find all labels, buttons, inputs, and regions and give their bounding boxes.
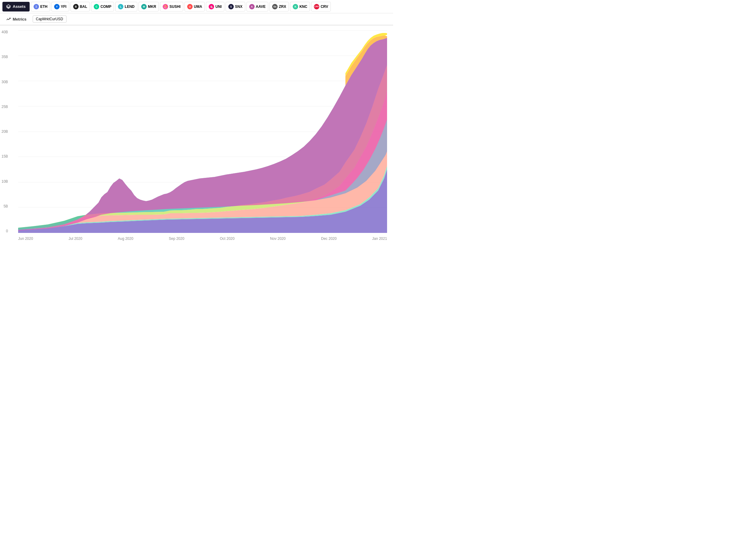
stacked-area-chart bbox=[18, 30, 387, 233]
assets-button[interactable]: Assets bbox=[2, 2, 30, 11]
metrics-label: Metrics bbox=[13, 17, 27, 21]
y-label-10b: 10B bbox=[2, 180, 8, 183]
y-label-25b: 25B bbox=[2, 105, 8, 109]
x-label-jul2020: Jul 2020 bbox=[69, 237, 82, 241]
uni-icon: 🦄 bbox=[209, 4, 214, 9]
uma-label: UMA bbox=[194, 5, 202, 9]
sushi-icon: 🍣 bbox=[163, 4, 168, 9]
y-label-5b: 5B bbox=[2, 204, 8, 208]
bal-label: BAL bbox=[80, 5, 87, 9]
y-label-40b: 40B bbox=[2, 30, 8, 34]
x-label-dec2020: Dec 2020 bbox=[321, 237, 337, 241]
yfi-label: YFI bbox=[61, 5, 67, 9]
x-axis: Jun 2020 Jul 2020 Aug 2020 Sep 2020 Oct … bbox=[18, 233, 387, 242]
aave-icon: A bbox=[249, 4, 255, 9]
crv-label: CRV bbox=[321, 5, 328, 9]
x-label-jun2020: Jun 2020 bbox=[18, 237, 33, 241]
crv-icon: CRV bbox=[314, 4, 319, 9]
eth-icon: Ξ bbox=[34, 4, 39, 9]
asset-bar: Assets Ξ ETH Y YFI B BAL C COMP L LEND M… bbox=[0, 0, 393, 13]
x-label-nov2020: Nov 2020 bbox=[270, 237, 285, 241]
x-label-jan2021: Jan 2021 bbox=[372, 237, 387, 241]
lend-icon: L bbox=[118, 4, 123, 9]
asset-tab-mkr[interactable]: M MKR bbox=[138, 2, 159, 11]
uma-icon: U bbox=[187, 4, 193, 9]
mkr-icon: M bbox=[141, 4, 147, 9]
chart-area: 0 5B 10B 15B 20B 25B 30B 35B 40B bbox=[18, 30, 387, 242]
y-label-15b: 15B bbox=[2, 155, 8, 158]
lend-label: LEND bbox=[125, 5, 135, 9]
asset-tab-uni[interactable]: 🦄 UNI bbox=[206, 2, 224, 11]
snx-label: SNX bbox=[235, 5, 243, 9]
asset-tab-zrx[interactable]: 0x ZRX bbox=[269, 2, 289, 11]
zrx-label: ZRX bbox=[279, 5, 286, 9]
asset-tab-eth[interactable]: Ξ ETH bbox=[31, 2, 50, 11]
aave-label: AAVE bbox=[256, 5, 266, 9]
asset-tab-lend[interactable]: L LEND bbox=[115, 2, 137, 11]
snx-icon: S bbox=[228, 4, 234, 9]
knc-icon: K bbox=[293, 4, 298, 9]
asset-tab-crv[interactable]: CRV CRV bbox=[311, 2, 331, 11]
uni-label: UNI bbox=[215, 5, 222, 9]
asset-tab-bal[interactable]: B BAL bbox=[70, 2, 90, 11]
metrics-button[interactable]: Metrics bbox=[2, 14, 30, 24]
comp-label: COMP bbox=[100, 5, 111, 9]
y-label-30b: 30B bbox=[2, 80, 8, 84]
metric-tag[interactable]: CapMrktCurUSD bbox=[33, 15, 67, 23]
sushi-label: SUSHI bbox=[169, 5, 181, 9]
x-label-oct2020: Oct 2020 bbox=[220, 237, 235, 241]
y-label-35b: 35B bbox=[2, 55, 8, 59]
eth-label: ETH bbox=[40, 5, 47, 9]
metrics-bar: Metrics CapMrktCurUSD bbox=[0, 13, 393, 25]
layers-icon bbox=[6, 4, 11, 9]
asset-tab-sushi[interactable]: 🍣 SUSHI bbox=[160, 2, 183, 11]
asset-tab-aave[interactable]: A AAVE bbox=[246, 2, 268, 11]
knc-label: KNC bbox=[299, 5, 307, 9]
asset-tab-snx[interactable]: S SNX bbox=[226, 2, 245, 11]
trend-icon bbox=[6, 17, 11, 21]
asset-tab-uma[interactable]: U UMA bbox=[184, 2, 205, 11]
mkr-label: MKR bbox=[148, 5, 156, 9]
y-label-0: 0 bbox=[2, 229, 8, 233]
asset-tab-yfi[interactable]: Y YFI bbox=[51, 2, 69, 11]
x-label-aug2020: Aug 2020 bbox=[118, 237, 133, 241]
y-axis: 0 5B 10B 15B 20B 25B 30B 35B 40B bbox=[2, 30, 8, 233]
comp-icon: C bbox=[94, 4, 99, 9]
asset-tab-comp[interactable]: C COMP bbox=[91, 2, 114, 11]
chart-container: 0 5B 10B 15B 20B 25B 30B 35B 40B bbox=[0, 25, 393, 247]
assets-label: Assets bbox=[13, 4, 26, 9]
x-label-sep2020: Sep 2020 bbox=[169, 237, 184, 241]
y-label-20b: 20B bbox=[2, 130, 8, 133]
zrx-icon: 0x bbox=[272, 4, 278, 9]
asset-tab-knc[interactable]: K KNC bbox=[290, 2, 310, 11]
yfi-icon: Y bbox=[54, 4, 60, 9]
bal-icon: B bbox=[73, 4, 79, 9]
